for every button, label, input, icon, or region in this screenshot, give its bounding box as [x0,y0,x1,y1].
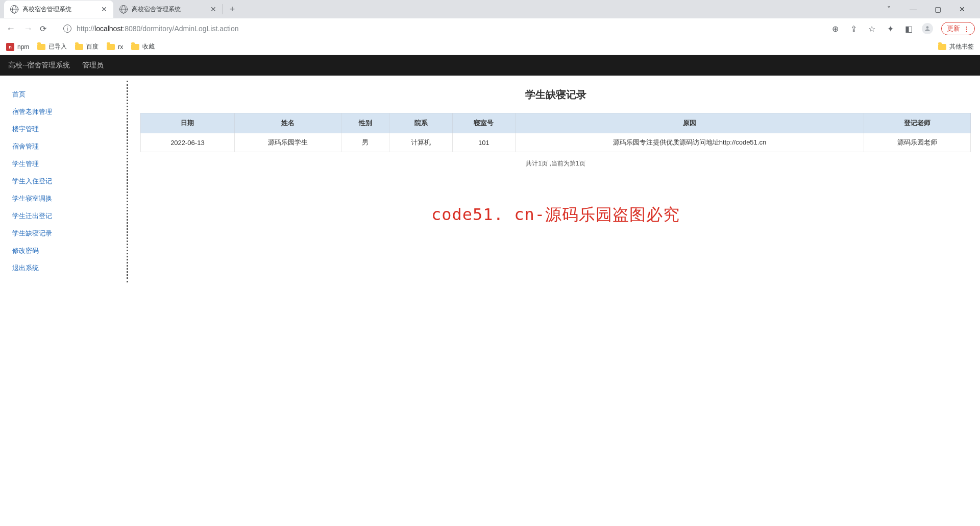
tab-divider [223,4,223,14]
tab-bar: 高校宿舍管理系统 ✕ 高校宿舍管理系统 ✕ + ˅ — ▢ ✕ [0,0,980,18]
folder-icon [131,44,139,50]
window-controls: ˅ — ▢ ✕ [881,5,976,13]
close-icon[interactable]: ✕ [101,5,107,13]
reload-button[interactable]: ⟳ [40,24,51,34]
cell-gender: 男 [341,133,389,152]
sidebar-item-teacher[interactable]: 宿管老师管理 [9,103,117,121]
globe-icon [10,5,18,13]
col-dept: 院系 [389,113,452,133]
browser-tab[interactable]: 高校宿舍管理系统 ✕ [113,1,223,18]
window-maximize-button[interactable]: ▢ [930,5,945,13]
forward-button[interactable]: → [22,23,34,34]
col-room: 寝室号 [452,113,515,133]
sidebar-item-swap[interactable]: 学生寝室调换 [9,190,117,207]
col-date: 日期 [141,113,235,133]
folder-icon [107,44,115,50]
browser-chrome: 高校宿舍管理系统 ✕ 高校宿舍管理系统 ✕ + ˅ — ▢ ✕ ← → ⟳ i … [0,0,980,55]
folder-icon [938,44,946,50]
sidebar-item-password[interactable]: 修改密码 [9,242,117,259]
site-info-icon[interactable]: i [63,25,71,33]
cell-date: 2022-06-13 [141,133,235,152]
toolbar-right: ⊕ ⇪ ☆ ✦ ◧ 更新 ⋮ [830,22,975,35]
table-header-row: 日期 姓名 性别 院系 寝室号 原因 登记老师 [141,113,971,133]
tab-title: 高校宿舍管理系统 [132,5,181,14]
folder-icon [37,44,45,50]
bookmarks-bar: n npm 已导入 百度 rx 收藏 其他书签 [0,39,980,55]
pagination-text: 共计1页 ,当前为第1页 [140,159,971,168]
bookmark-label: npm [17,43,29,51]
address-bar-row: ← → ⟳ i http://localhost:8080/dormitory/… [0,18,980,39]
bookmark-item-npm[interactable]: n npm [6,43,29,51]
sidebar-item-absence[interactable]: 学生缺寝记录 [9,225,117,242]
update-button[interactable]: 更新 ⋮ [941,22,975,35]
sidebar-item-checkout[interactable]: 学生迁出登记 [9,207,117,225]
bookmark-label: 百度 [86,42,99,51]
profile-avatar[interactable] [922,23,933,34]
bookmark-label: 已导入 [48,42,67,51]
sidebar: 首页 宿管老师管理 楼宇管理 宿舍管理 学生管理 学生入住登记 学生寝室调换 学… [0,76,127,287]
url-input[interactable]: i http://localhost:8080/dormitory/AdminL… [57,21,824,36]
absence-table: 日期 姓名 性别 院系 寝室号 原因 登记老师 2022-06-13 源码乐园学… [140,113,971,152]
back-button[interactable]: ← [5,23,16,34]
cell-room: 101 [452,133,515,152]
sidebar-item-building[interactable]: 楼宇管理 [9,121,117,138]
cell-teacher: 源码乐园老师 [864,133,970,152]
cell-reason: 源码乐园专注提供优质源码访问地址http://code51.cn [515,133,864,152]
cell-name: 源码乐园学生 [234,133,341,152]
window-close-button[interactable]: ✕ [954,5,970,13]
bookmark-item[interactable]: 百度 [75,42,99,51]
role-label[interactable]: 管理员 [82,61,104,70]
bookmark-item[interactable]: 已导入 [37,42,67,51]
new-tab-button[interactable]: + [225,2,239,16]
bookmark-item[interactable]: rx [107,43,123,51]
window-minimize-button[interactable]: — [905,5,921,13]
col-teacher: 登记老师 [864,113,970,133]
col-name: 姓名 [234,113,341,133]
svg-point-0 [926,26,929,29]
npm-icon: n [6,43,14,51]
globe-icon [119,5,128,13]
col-reason: 原因 [515,113,864,133]
close-icon[interactable]: ✕ [210,5,216,13]
bookmark-star-icon[interactable]: ☆ [867,24,877,34]
watermark-text: code51. cn-源码乐园盗图必究 [140,204,971,226]
bookmark-label: 收藏 [142,42,155,51]
url-text: http://localhost:8080/dormitory/AdminLog… [77,25,239,33]
col-gender: 性别 [341,113,389,133]
update-label: 更新 [947,24,960,33]
share-icon[interactable]: ⇪ [848,24,859,34]
zoom-icon[interactable]: ⊕ [830,24,840,34]
bookmark-label: 其他书签 [949,42,974,51]
bookmark-label: rx [118,43,123,51]
bookmark-other[interactable]: 其他书签 [938,42,974,51]
page-title: 学生缺寝记录 [140,88,971,102]
window-dropdown-button[interactable]: ˅ [881,5,896,13]
folder-icon [75,44,83,50]
sidebar-item-logout[interactable]: 退出系统 [9,259,117,277]
content-area: 学生缺寝记录 日期 姓名 性别 院系 寝室号 原因 登记老师 2022-06-1… [128,76,980,287]
person-icon [924,25,931,32]
kebab-icon: ⋮ [963,25,969,33]
sidebar-item-student[interactable]: 学生管理 [9,155,117,173]
bookmark-item[interactable]: 收藏 [131,42,155,51]
cell-dept: 计算机 [389,133,452,152]
sidebar-item-dorm[interactable]: 宿舍管理 [9,138,117,155]
tab-title: 高校宿舍管理系统 [22,5,71,14]
browser-tab-active[interactable]: 高校宿舍管理系统 ✕ [4,1,113,18]
sidebar-item-checkin[interactable]: 学生入住登记 [9,173,117,190]
brand-title[interactable]: 高校--宿舍管理系统 [8,61,70,70]
main-wrap: 首页 宿管老师管理 楼宇管理 宿舍管理 学生管理 学生入住登记 学生寝室调换 学… [0,76,980,287]
app-topbar: 高校--宿舍管理系统 管理员 [0,55,980,76]
extensions-icon[interactable]: ✦ [885,24,895,34]
sidepanel-icon[interactable]: ◧ [903,24,914,34]
sidebar-item-home[interactable]: 首页 [9,86,117,103]
table-row: 2022-06-13 源码乐园学生 男 计算机 101 源码乐园专注提供优质源码… [141,133,971,152]
